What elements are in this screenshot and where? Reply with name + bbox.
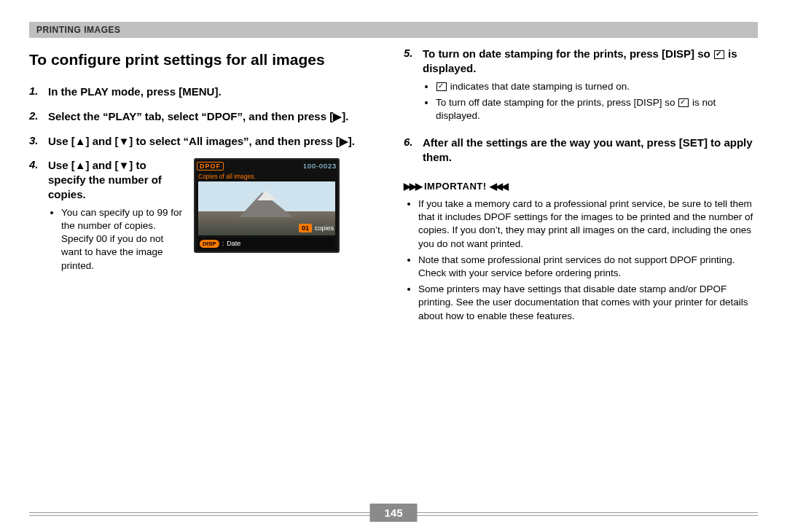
- page-footer: 145: [29, 512, 758, 516]
- step-text: Select the “PLAY” tab, select “DPOF”, an…: [48, 109, 383, 124]
- step-5: 5. To turn on date stamping for the prin…: [404, 47, 758, 125]
- lcd-subtitle: Copies of all images.: [198, 173, 256, 180]
- camera-lcd-preview: DPOF 100-0023 Copies of all images. 01 c…: [194, 158, 340, 253]
- step-1: 1. In the PLAY mode, press [MENU].: [29, 85, 383, 99]
- chevron-left-icon: ◀◀◀: [490, 181, 507, 192]
- important-label: IMPORTANT!: [424, 181, 487, 192]
- section-header-text: PRINTING IMAGES: [36, 25, 121, 35]
- step-number: 4.: [29, 158, 48, 171]
- important-item: Note that some professional print servic…: [418, 254, 758, 280]
- datestamp-on-icon: [436, 82, 447, 91]
- step-number: 6.: [404, 136, 423, 148]
- step-text: After all the settings are the way you w…: [423, 136, 758, 165]
- page-number-badge: 145: [369, 504, 417, 522]
- important-item: If you take a memory card to a professio…: [418, 197, 758, 251]
- lcd-dpof-badge: DPOF: [197, 162, 224, 171]
- important-list: If you take a memory card to a professio…: [404, 197, 758, 323]
- step-4-bullets: You can specify up to 99 for the number …: [48, 206, 184, 273]
- step-6: 6. After all the settings are the way yo…: [404, 136, 758, 165]
- right-column: 5. To turn on date stamping for the prin…: [404, 47, 758, 326]
- step5-pre: To turn on date stamping for the prints,…: [423, 47, 713, 60]
- step-number: 3.: [29, 134, 48, 146]
- mountain-snowcap: [257, 190, 278, 200]
- lcd-disp-button: DISP: [200, 240, 219, 248]
- step-text: Use [▲] and [▼] to select “All images”, …: [48, 134, 383, 149]
- two-column-layout: To configure print settings for all imag…: [29, 47, 758, 326]
- step-5-bullets: indicates that date stamping is turned o…: [423, 80, 758, 123]
- step-5-bullet-b: To turn off date stamping for the prints…: [436, 96, 758, 122]
- step-number: 5.: [404, 47, 423, 59]
- step-text: To turn on date stamping for the prints,…: [423, 47, 758, 76]
- step-text: In the PLAY mode, press [MENU].: [48, 85, 383, 99]
- step-3: 3. Use [▲] and [▼] to select “All images…: [29, 134, 383, 149]
- important-heading: ▶▶▶ IMPORTANT! ◀◀◀: [404, 181, 758, 192]
- manual-page: PRINTING IMAGES To configure print setti…: [0, 0, 787, 532]
- lcd-colon: :: [222, 240, 224, 247]
- step5a-post: indicates that date stamping is turned o…: [447, 81, 630, 92]
- datestamp-on-icon: [714, 50, 724, 59]
- lcd-copies-number: 01: [299, 224, 312, 232]
- datestamp-on-icon: [678, 98, 689, 107]
- step-4: 4. Use [▲] and [▼] to specify the number…: [29, 158, 383, 275]
- lcd-date-label: Date: [227, 240, 240, 247]
- step-2: 2. Select the “PLAY” tab, select “DPOF”,…: [29, 109, 383, 124]
- step-text: Use [▲] and [▼] to specify the number of…: [48, 158, 184, 201]
- step-4-bullet: You can specify up to 99 for the number …: [61, 206, 184, 273]
- page-title: To configure print settings for all imag…: [29, 51, 383, 69]
- section-header-bar: PRINTING IMAGES: [29, 22, 758, 38]
- step-5-bullet-a: indicates that date stamping is turned o…: [436, 80, 758, 93]
- lcd-copies-label: copies: [315, 224, 334, 232]
- step-number: 1.: [29, 85, 48, 97]
- important-item: Some printers may have settings that dis…: [418, 283, 758, 323]
- chevron-right-icon: ▶▶▶: [404, 181, 421, 192]
- step5b-pre: To turn off date stamping for the prints…: [436, 97, 678, 108]
- left-column: To configure print settings for all imag…: [29, 47, 383, 326]
- step-number: 2.: [29, 109, 48, 122]
- lcd-frame-counter: 100-0023: [303, 163, 337, 170]
